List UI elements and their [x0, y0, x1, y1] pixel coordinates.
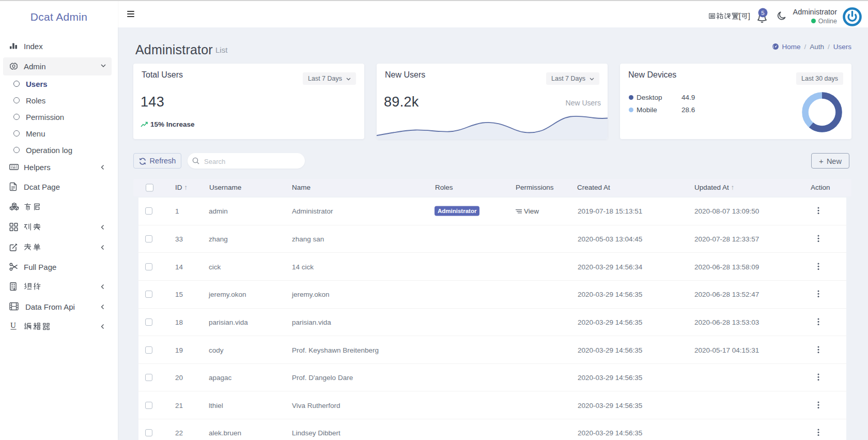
svg-text:U: U [10, 321, 16, 329]
svg-text:5: 5 [761, 10, 764, 16]
